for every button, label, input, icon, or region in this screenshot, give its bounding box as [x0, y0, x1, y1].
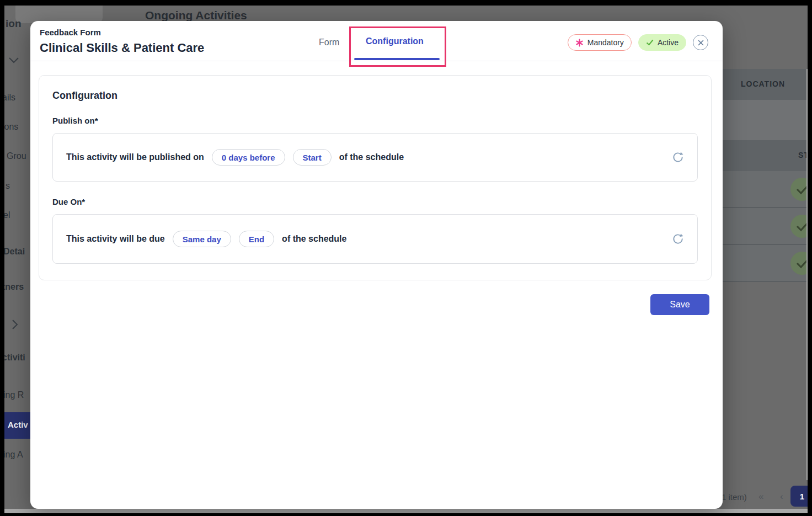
- pagination-first-button[interactable]: «: [758, 491, 763, 502]
- dimmed-page-overlay: Ongoing Activities ion ails ions Grou s …: [4, 6, 808, 513]
- pagination-current-page[interactable]: 1: [790, 486, 808, 507]
- publish-rule-prefix: This activity will be published on: [66, 152, 204, 162]
- table-rows: [722, 171, 808, 282]
- sidebar-item-fragment[interactable]: tners: [4, 282, 24, 292]
- modal-eyebrow: Feedback Form: [40, 28, 101, 37]
- page-title: Ongoing Activities: [145, 9, 247, 22]
- publish-point-button[interactable]: Start: [293, 149, 332, 166]
- publish-on-label: Publish on*: [52, 116, 698, 125]
- sidebar-item-fragment[interactable]: ing R: [4, 390, 24, 400]
- publish-days-button[interactable]: 0 days before: [212, 149, 285, 166]
- due-rule-suffix: of the schedule: [282, 234, 346, 244]
- sidebar-item-fragment[interactable]: ctiviti: [4, 353, 25, 363]
- sidebar-item-fragment[interactable]: ails: [4, 93, 15, 103]
- sidebar-item-fragment[interactable]: Detai: [4, 247, 25, 257]
- pagination-items-count: (1 item): [719, 492, 747, 502]
- due-day-button[interactable]: Same day: [173, 231, 231, 247]
- due-rule-prefix: This activity will be due: [66, 234, 165, 244]
- close-button[interactable]: [693, 35, 708, 50]
- feedback-form-modal: Feedback Form Clinical Skills & Patient …: [30, 21, 723, 509]
- close-icon: [698, 40, 704, 46]
- page-bottom-edge: [4, 509, 808, 513]
- sidebar-item-active-label: Activ: [8, 420, 28, 429]
- check-icon: [646, 39, 654, 46]
- background-table: LOCATION ST: [722, 69, 808, 513]
- status-check-icon: [790, 177, 808, 201]
- status-check-icon: [790, 251, 808, 275]
- modal-status-badges: Mandatory Active: [568, 34, 708, 51]
- annotation-highlight-box: [349, 26, 446, 67]
- sidebar-item-fragment[interactable]: Grou: [7, 151, 26, 161]
- table-filter-row: [722, 100, 808, 140]
- publish-rule-box: This activity will be published on 0 day…: [52, 133, 698, 182]
- due-rule-box: This activity will be due Same day End o…: [52, 214, 698, 264]
- save-button[interactable]: Save: [650, 294, 709, 315]
- sidebar-item-fragment[interactable]: ing A: [4, 450, 23, 460]
- asterisk-icon: [575, 39, 584, 47]
- chevron-down-icon[interactable]: [8, 56, 20, 64]
- modal-title: Clinical Skills & Patient Care: [40, 41, 204, 55]
- table-header-band: LOCATION: [722, 69, 808, 100]
- active-chip[interactable]: Active: [638, 34, 686, 51]
- table-header-band-2: ST: [722, 140, 808, 171]
- sidebar-item-fragment[interactable]: el: [4, 210, 10, 220]
- refresh-icon: [672, 151, 684, 163]
- publish-reset-button[interactable]: [672, 151, 684, 163]
- chevron-right-icon[interactable]: [11, 318, 19, 331]
- configuration-card: Configuration Publish on* This activity …: [39, 75, 712, 280]
- table-row: [722, 245, 808, 282]
- due-reset-button[interactable]: [672, 233, 684, 245]
- refresh-icon: [672, 233, 684, 245]
- mandatory-chip[interactable]: Mandatory: [568, 34, 632, 51]
- scrollbar[interactable]: [806, 69, 808, 480]
- pagination-prev-button[interactable]: ‹: [780, 491, 783, 502]
- tab-form[interactable]: Form: [319, 38, 339, 47]
- due-on-label: Due On*: [52, 197, 698, 206]
- publish-rule-suffix: of the schedule: [339, 152, 404, 162]
- sidebar-item-active[interactable]: Activ: [4, 412, 30, 439]
- mandatory-chip-label: Mandatory: [587, 38, 624, 47]
- due-point-button[interactable]: End: [239, 231, 274, 247]
- sidebar-item-fragment[interactable]: ions: [4, 122, 18, 132]
- sidebar-item-fragment[interactable]: ion: [6, 18, 22, 30]
- sidebar-item-fragment[interactable]: s: [6, 181, 10, 191]
- card-heading: Configuration: [52, 90, 698, 102]
- active-chip-label: Active: [658, 38, 679, 47]
- status-check-icon: [790, 214, 808, 238]
- table-row: [722, 208, 808, 245]
- location-column-header: LOCATION: [741, 79, 785, 88]
- table-row: [722, 171, 808, 208]
